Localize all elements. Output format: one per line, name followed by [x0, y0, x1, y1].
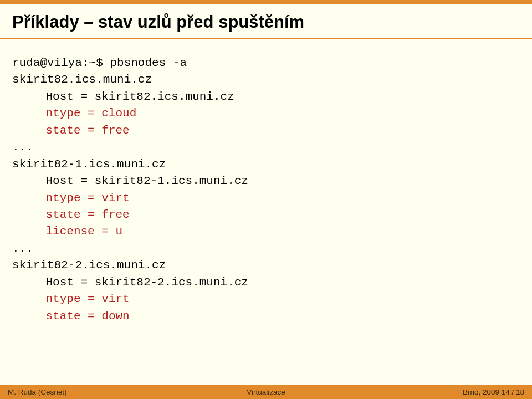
footer-author: M. Ruda (Cesnet)	[8, 388, 180, 396]
footer-title: Virtualizace	[180, 388, 352, 396]
code-line: ...	[12, 241, 520, 257]
top-accent-bar	[0, 0, 532, 4]
code-line: license = u	[12, 223, 520, 240]
code-block: ruda@vilya:~$ pbsnodes -a skirit82.ics.m…	[0, 39, 532, 385]
code-line: skirit82.ics.muni.cz	[12, 71, 520, 88]
code-line: ntype = virt	[12, 190, 520, 207]
page-title: Příklady – stav uzlů před spuštěním	[12, 12, 520, 32]
code-line: ntype = cloud	[12, 105, 520, 122]
code-line: Host = skirit82.ics.muni.cz	[12, 89, 520, 105]
code-line: ruda@vilya:~$ pbsnodes -a	[12, 55, 520, 71]
code-line: ntype = virt	[12, 291, 520, 308]
code-line: state = free	[12, 122, 520, 139]
code-line: skirit82-2.ics.muni.cz	[12, 257, 520, 274]
code-line: state = down	[12, 308, 520, 325]
code-line: Host = skirit82-2.ics.muni.cz	[12, 274, 520, 291]
title-block: Příklady – stav uzlů před spuštěním	[0, 4, 532, 38]
code-line: skirit82-1.ics.muni.cz	[12, 156, 520, 173]
footer-page: Brno, 2009 14 / 18	[352, 388, 524, 396]
code-line: state = free	[12, 207, 520, 223]
footer: M. Ruda (Cesnet) Virtualizace Brno, 2009…	[0, 385, 532, 399]
code-line: Host = skirit82-1.ics.muni.cz	[12, 173, 520, 190]
code-line: ...	[12, 139, 520, 156]
